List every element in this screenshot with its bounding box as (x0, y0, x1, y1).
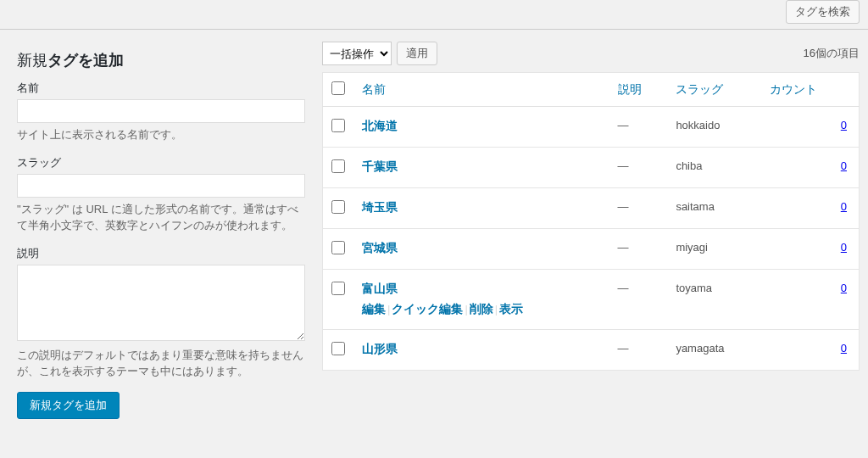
row-actions: 編集|クイック編集|削除|表示 (362, 302, 601, 317)
slug-help: "スラッグ" は URL に適した形式の名前です。通常はすべて半角小文字で、英数… (17, 201, 305, 234)
name-input[interactable] (17, 99, 305, 123)
tag-count[interactable]: 0 (841, 282, 847, 294)
form-heading: 新規タグを追加 (17, 50, 305, 70)
tablenav: 一括操作 適用 16個の項目 (322, 35, 860, 72)
tag-name-link[interactable]: 山形県 (362, 342, 398, 355)
row-checkbox[interactable] (331, 159, 345, 173)
search-tags-button[interactable]: タグを検索 (786, 0, 860, 24)
slug-input[interactable] (17, 174, 305, 198)
slug-label: スラッグ (17, 155, 305, 170)
name-help: サイト上に表示される名前です。 (17, 126, 305, 143)
tag-desc: — (609, 270, 668, 330)
quick-edit-link[interactable]: クイック編集 (392, 302, 463, 316)
tag-count[interactable]: 0 (841, 119, 847, 131)
tag-desc: — (609, 330, 668, 371)
table-row: 千葉県—chiba0 (323, 148, 860, 188)
tag-name-link[interactable]: 北海道 (362, 119, 398, 132)
tag-name-link[interactable]: 埼玉県 (362, 200, 398, 214)
item-count: 16個の項目 (804, 46, 860, 61)
tag-name-link[interactable]: 富山県 (362, 282, 398, 295)
submit-button[interactable]: 新規タグを追加 (17, 392, 120, 419)
table-row: 埼玉県—saitama0 (323, 188, 860, 229)
add-tag-form: 新規タグを追加 名前 サイト上に表示される名前です。 スラッグ "スラッグ" は… (0, 35, 322, 427)
tag-name-link[interactable]: 千葉県 (362, 159, 398, 173)
desc-label: 説明 (17, 246, 305, 261)
tag-count[interactable]: 0 (841, 342, 847, 355)
col-desc[interactable]: 説明 (609, 73, 668, 107)
tag-slug: chiba (667, 148, 761, 188)
bulk-action-select[interactable]: 一括操作 (322, 42, 392, 65)
table-row: 宮城県—miyagi0 (323, 229, 860, 270)
tag-desc: — (609, 229, 668, 270)
tag-count[interactable]: 0 (841, 200, 847, 213)
tags-table: 名前 説明 スラッグ カウント 北海道—hokkaido0千葉県—chiba0埼… (322, 72, 860, 371)
row-checkbox[interactable] (331, 282, 345, 295)
desc-help: この説明はデフォルトではあまり重要な意味を持ちませんが、これを表示するテーマも中… (17, 347, 305, 380)
tag-slug: hokkaido (667, 107, 761, 148)
row-checkbox[interactable] (331, 119, 345, 132)
row-checkbox[interactable] (331, 342, 345, 355)
col-count[interactable]: カウント (761, 73, 860, 107)
tag-desc: — (609, 188, 668, 229)
name-label: 名前 (17, 81, 305, 96)
table-row: 富山県編集|クイック編集|削除|表示—toyama0 (323, 270, 860, 330)
tag-slug: saitama (667, 188, 761, 229)
tag-desc: — (609, 107, 668, 148)
heading-bold: タグを追加 (47, 52, 124, 69)
delete-link[interactable]: 削除 (470, 302, 493, 316)
col-slug[interactable]: スラッグ (667, 73, 761, 107)
tag-slug: miyagi (667, 229, 761, 270)
row-checkbox[interactable] (331, 241, 345, 254)
select-all-checkbox[interactable] (331, 81, 345, 95)
tag-slug: toyama (667, 270, 761, 330)
heading-prefix: 新規 (17, 52, 47, 69)
tag-desc: — (609, 148, 668, 188)
col-name[interactable]: 名前 (353, 73, 609, 107)
tag-count[interactable]: 0 (841, 159, 847, 172)
desc-textarea[interactable] (17, 265, 305, 341)
row-checkbox[interactable] (331, 200, 345, 214)
table-row: 山形県—yamagata0 (323, 330, 860, 371)
tag-slug: yamagata (667, 330, 761, 371)
tag-count[interactable]: 0 (841, 241, 847, 254)
table-row: 北海道—hokkaido0 (323, 107, 860, 148)
tag-name-link[interactable]: 宮城県 (362, 241, 398, 254)
view-link[interactable]: 表示 (499, 302, 523, 316)
topbar: タグを検索 (0, 0, 868, 30)
apply-button[interactable]: 適用 (397, 42, 437, 65)
edit-link[interactable]: 編集 (362, 302, 386, 316)
